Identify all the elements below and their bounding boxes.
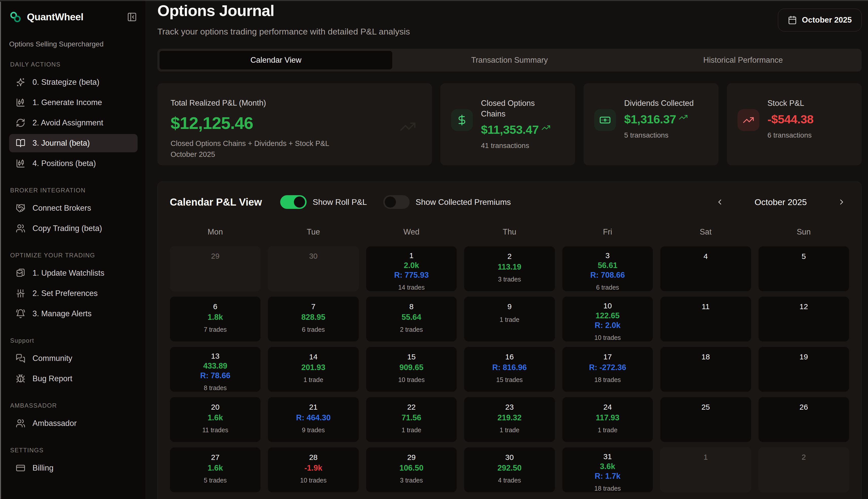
day-pnl: 71.56 bbox=[402, 413, 421, 423]
calendar-day-cell-23[interactable]: 23219.321 trade bbox=[464, 397, 555, 442]
page-title: Options Journal bbox=[157, 1, 410, 20]
day-trades-count: 6 trades bbox=[302, 326, 325, 333]
day-number: 3 bbox=[606, 251, 610, 261]
day-trades-count: 18 trades bbox=[595, 485, 621, 492]
tab-transaction-summary[interactable]: Transaction Summary bbox=[393, 50, 626, 70]
calendar-day-cell-10[interactable]: 10122.65R: 2.0k10 trades bbox=[562, 296, 653, 342]
sidebar-item-3-journal-beta[interactable]: 3. Journal (beta) bbox=[9, 134, 137, 152]
calendar-day-cell-9[interactable]: 91 trade bbox=[464, 296, 555, 342]
calendar-day-cell-adjacent-29[interactable]: 29 bbox=[170, 246, 261, 291]
sidebar-item-1-generate-income[interactable]: 1. Generate Income bbox=[9, 94, 137, 112]
sidebar-item-2-avoid-assignment[interactable]: 2. Avoid Assignment bbox=[9, 114, 137, 132]
next-month-button[interactable] bbox=[834, 194, 849, 210]
calendar-day-cell-11[interactable]: 11 bbox=[660, 296, 751, 342]
calendar-day-cell-25[interactable]: 25 bbox=[660, 397, 751, 442]
bug-icon bbox=[16, 374, 25, 384]
day-number: 14 bbox=[309, 351, 318, 363]
calendar-day-cell-26[interactable]: 26 bbox=[758, 397, 849, 442]
value-trending-up-icon bbox=[678, 113, 688, 122]
sidebar-item-label: 3. Manage Alerts bbox=[33, 309, 91, 318]
calendar-day-cell-14[interactable]: 14201.931 trade bbox=[268, 347, 359, 392]
day-trades-count: 1 trade bbox=[500, 316, 519, 324]
calendar-day-cell-29[interactable]: 29106.503 trades bbox=[366, 447, 457, 492]
sidebar-item-community[interactable]: Community bbox=[9, 349, 137, 367]
calendar-day-cell-19[interactable]: 19 bbox=[758, 347, 849, 392]
calendar-day-cell-27[interactable]: 271.6k5 trades bbox=[170, 447, 261, 492]
page-subtitle: Track your options trading performance w… bbox=[157, 27, 410, 37]
calendar-day-cell-1[interactable]: 12.0kR: 775.9314 trades bbox=[366, 246, 457, 291]
month-picker-button[interactable]: October 2025 bbox=[778, 9, 861, 32]
calendar-day-cell-20[interactable]: 201.6k11 trades bbox=[170, 397, 261, 442]
sidebar-item-2-set-preferences[interactable]: 2. Set Preferences bbox=[9, 284, 137, 303]
sidebar-collapse-button[interactable] bbox=[126, 11, 137, 23]
day-number: 9 bbox=[508, 301, 512, 313]
calendar-day-cell-12[interactable]: 12 bbox=[758, 296, 849, 342]
day-number: 5 bbox=[802, 251, 806, 262]
sidebar-item-label: 2. Set Preferences bbox=[33, 289, 98, 298]
sidebar-item-4-positions-beta[interactable]: 4. Positions (beta) bbox=[9, 154, 137, 173]
stat-sub: 41 transactions bbox=[481, 142, 552, 150]
calendar-day-cell-adjacent-1[interactable]: 1 bbox=[660, 447, 751, 492]
day-header-sat: Sat bbox=[660, 228, 751, 236]
calendar-day-cell-adjacent-30[interactable]: 30 bbox=[268, 246, 359, 291]
calendar-day-cell-6[interactable]: 61.8k7 trades bbox=[170, 296, 261, 342]
sidebar-section: AMBASSADORAmbassador bbox=[9, 402, 137, 433]
calendar-day-cell-3[interactable]: 356.61R: 708.666 trades bbox=[562, 246, 653, 291]
page-header: Options Journal Track your options tradi… bbox=[157, 0, 861, 37]
day-trades-count: 1 trade bbox=[402, 426, 421, 434]
candlestick-icon bbox=[16, 159, 25, 168]
calendar-day-cell-31[interactable]: 313.6kR: 1.7k18 trades bbox=[562, 447, 653, 492]
stat-value: $11,353.47 bbox=[481, 123, 539, 136]
day-pnl: 113.19 bbox=[498, 262, 521, 272]
day-pnl: 219.32 bbox=[498, 413, 522, 423]
sidebar-item-label: Bug Report bbox=[33, 374, 72, 383]
sidebar-item-ambassador[interactable]: Ambassador bbox=[9, 414, 137, 433]
day-number: 16 bbox=[505, 351, 514, 363]
calendar-day-cell-22[interactable]: 2271.561 trade bbox=[366, 397, 457, 442]
calendar-day-cell-adjacent-2[interactable]: 2 bbox=[758, 447, 849, 492]
candlestick-icon bbox=[16, 98, 25, 107]
calendar-day-cell-18[interactable]: 18 bbox=[660, 347, 751, 392]
sidebar-section: SupportCommunityBug Report bbox=[9, 337, 137, 388]
calendar-day-cell-5[interactable]: 5 bbox=[758, 246, 849, 291]
sidebar-item-billing[interactable]: Billing bbox=[9, 459, 137, 477]
sidebar-item-0-strategize-beta[interactable]: 0. Strategize (beta) bbox=[9, 73, 137, 92]
sidebar-item-bug-report[interactable]: Bug Report bbox=[9, 369, 137, 388]
tab-historical-performance[interactable]: Historical Performance bbox=[626, 50, 860, 70]
stat-desc: Closed Options Chains + Dividends + Stoc… bbox=[171, 139, 419, 148]
window-scrollbar[interactable] bbox=[0, 1, 1, 499]
calendar-month-label: October 2025 bbox=[728, 197, 834, 207]
calendar-day-cell-17[interactable]: 17R: -272.3618 trades bbox=[562, 347, 653, 392]
page: QuantWheel Options Selling Supercharged … bbox=[0, 0, 868, 499]
day-number: 24 bbox=[603, 401, 612, 413]
calendar-day-cell-30[interactable]: 30292.504 trades bbox=[464, 447, 555, 492]
sidebar-item-copy-trading-beta[interactable]: Copy Trading (beta) bbox=[9, 219, 137, 238]
calendar-day-cell-4[interactable]: 4 bbox=[660, 246, 751, 291]
calendar-day-cell-28[interactable]: 28-1.9k10 trades bbox=[268, 447, 359, 492]
day-trades-count: 14 trades bbox=[398, 284, 425, 291]
day-header-fri: Fri bbox=[562, 228, 653, 236]
calendar-day-cell-24[interactable]: 24117.931 trade bbox=[562, 397, 653, 442]
sidebar-item-3-manage-alerts[interactable]: 3. Manage Alerts bbox=[9, 305, 137, 323]
calendar-day-cell-16[interactable]: 16R: 816.9615 trades bbox=[464, 347, 555, 392]
day-pnl: 201.93 bbox=[301, 363, 326, 373]
stat-icon-box bbox=[451, 109, 473, 131]
refresh-icon bbox=[16, 118, 25, 128]
toggle-show-collected-premiums[interactable] bbox=[383, 195, 409, 209]
toggle-show-roll-p-l[interactable] bbox=[280, 195, 307, 209]
calendar-day-cell-15[interactable]: 15909.6510 trades bbox=[366, 347, 457, 392]
tab-calendar-view[interactable]: Calendar View bbox=[159, 50, 393, 70]
prev-month-button[interactable] bbox=[712, 194, 728, 210]
sidebar-item-connect-brokers[interactable]: Connect Brokers bbox=[9, 199, 137, 217]
calendar-icon bbox=[788, 15, 797, 25]
calendar-day-cell-2[interactable]: 2113.193 trades bbox=[464, 246, 555, 291]
collapse-sidebar-icon bbox=[127, 12, 137, 22]
stat-card-dividends-collected: Dividends Collected$1,316.375 transactio… bbox=[584, 83, 718, 165]
calendar-day-cell-13[interactable]: 13433.89R: 78.668 trades bbox=[170, 347, 261, 392]
toggle-label: Show Collected Premiums bbox=[416, 197, 511, 207]
day-number: 22 bbox=[407, 401, 415, 413]
calendar-day-cell-21[interactable]: 21R: 464.309 trades bbox=[268, 397, 359, 442]
sidebar-item-1-update-watchlists[interactable]: 1. Update Watchlists bbox=[9, 264, 137, 282]
calendar-day-cell-7[interactable]: 7828.956 trades bbox=[268, 296, 359, 342]
calendar-day-cell-8[interactable]: 855.642 trades bbox=[366, 296, 457, 342]
